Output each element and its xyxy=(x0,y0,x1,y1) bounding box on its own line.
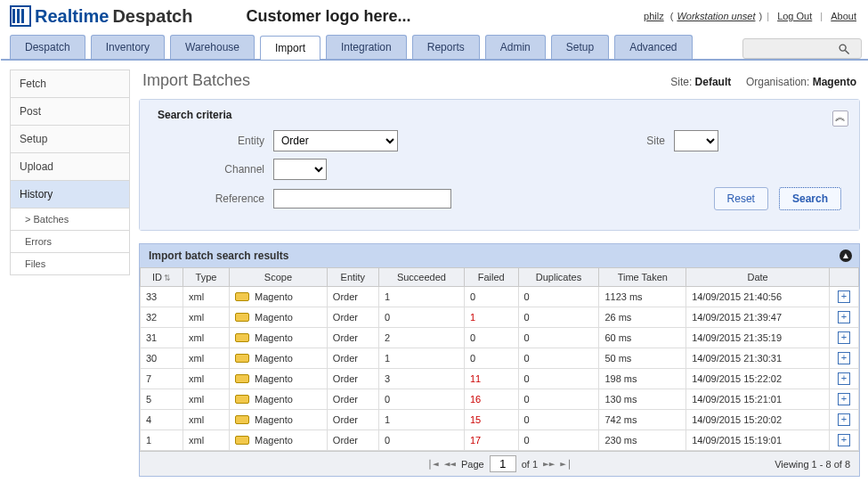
table-row[interactable]: 7xmlMagentoOrder3110198 ms14/09/2015 15:… xyxy=(141,369,859,389)
brand-part1: Realtime xyxy=(35,6,109,27)
col-id[interactable]: ID⇅ xyxy=(141,268,183,287)
expand-row-icon[interactable]: + xyxy=(838,311,850,323)
svg-point-0 xyxy=(840,45,846,51)
tab-reports[interactable]: Reports xyxy=(412,35,480,59)
expand-row-icon[interactable]: + xyxy=(838,372,850,385)
customer-logo-placeholder: Customer logo here... xyxy=(246,7,410,26)
global-search-input[interactable] xyxy=(749,41,832,56)
table-row[interactable]: 4xmlMagentoOrder1150742 ms14/09/2015 15:… xyxy=(141,410,859,430)
channel-select[interactable] xyxy=(273,159,327,180)
app-logo: RealtimeDespatch xyxy=(10,5,192,27)
key-icon xyxy=(235,395,249,404)
col-entity[interactable]: Entity xyxy=(327,268,378,287)
pager-last-icon[interactable]: ►∣ xyxy=(560,458,572,470)
expand-row-icon[interactable]: + xyxy=(838,393,850,405)
tab-admin[interactable]: Admin xyxy=(485,35,546,59)
search-button[interactable]: Search xyxy=(779,187,841,210)
page-title: Import Batches xyxy=(142,71,250,90)
expand-row-icon[interactable]: + xyxy=(838,352,850,364)
tab-import[interactable]: Import xyxy=(260,36,320,60)
sidebar-item-history[interactable]: History xyxy=(10,181,130,209)
site-value: Default xyxy=(695,76,732,88)
key-icon xyxy=(235,415,249,424)
user-link[interactable]: philz xyxy=(644,11,664,21)
key-icon xyxy=(235,374,249,383)
results-panel: Import batch search results ▲ ID⇅TypeSco… xyxy=(139,243,860,477)
tab-integration[interactable]: Integration xyxy=(326,35,407,59)
page-meta: Site: Default Organisation: Magento xyxy=(670,76,856,88)
key-icon xyxy=(235,292,249,301)
table-row[interactable]: 32xmlMagentoOrder01026 ms14/09/2015 21:3… xyxy=(141,307,859,328)
results-collapse-icon[interactable]: ▲ xyxy=(840,250,852,262)
org-value: Magento xyxy=(813,76,856,88)
col-scope[interactable]: Scope xyxy=(230,268,328,287)
table-row[interactable]: 30xmlMagentoOrder10050 ms14/09/2015 21:3… xyxy=(141,348,859,369)
col-date[interactable]: Date xyxy=(686,268,830,287)
main-tabs: DespatchInventoryWarehouseImportIntegrat… xyxy=(1,35,868,61)
pager-prev-icon[interactable]: ◄◄ xyxy=(444,458,456,470)
logout-link[interactable]: Log Out xyxy=(777,11,812,21)
brand-part2: Despatch xyxy=(112,6,192,27)
top-links: philz (Workstation unset) | Log Out | Ab… xyxy=(640,11,860,21)
site-filter-label: Site xyxy=(629,135,665,147)
reference-input[interactable] xyxy=(273,189,451,209)
sidebar-subitem-errors[interactable]: Errors xyxy=(10,231,130,253)
search-criteria-panel: Search criteria ︽ Entity Order Site Chan… xyxy=(140,100,859,230)
search-icon xyxy=(838,43,850,55)
pager-viewing: Viewing 1 - 8 of 8 xyxy=(775,459,850,470)
col-type[interactable]: Type xyxy=(183,268,229,287)
barcode-icon xyxy=(10,5,31,27)
key-icon xyxy=(235,313,249,322)
table-row[interactable]: 1xmlMagentoOrder0170230 ms14/09/2015 15:… xyxy=(141,430,859,451)
pager-first-icon[interactable]: ∣◄ xyxy=(426,458,438,470)
results-table: ID⇅TypeScopeEntitySucceededFailedDuplica… xyxy=(140,267,859,451)
pager-next-icon[interactable]: ►► xyxy=(543,458,555,470)
results-header: Import batch search results xyxy=(149,250,288,262)
expand-row-icon[interactable]: + xyxy=(838,331,850,344)
table-row[interactable]: 33xmlMagentoOrder1001123 ms14/09/2015 21… xyxy=(141,287,859,307)
sidebar-subitem-batches[interactable]: Batches xyxy=(10,209,130,231)
expand-row-icon[interactable]: + xyxy=(838,413,850,426)
entity-label: Entity xyxy=(158,135,264,147)
site-label: Site: xyxy=(670,76,692,88)
pager: ∣◄ ◄◄ Page of 1 ►► ►∣ Viewing 1 - 8 of 8 xyxy=(140,451,859,476)
pager-of-label: of 1 xyxy=(522,459,538,470)
col-time-taken[interactable]: Time Taken xyxy=(599,268,686,287)
global-search[interactable] xyxy=(742,38,862,59)
org-label: Organisation: xyxy=(746,76,809,88)
sidebar-item-upload[interactable]: Upload xyxy=(10,153,130,181)
svg-line-1 xyxy=(845,50,848,53)
sidebar-item-fetch[interactable]: Fetch xyxy=(10,70,130,98)
tab-despatch[interactable]: Despatch xyxy=(10,35,85,59)
reset-button[interactable]: Reset xyxy=(714,187,768,210)
sidebar-subitem-files[interactable]: Files xyxy=(10,253,130,275)
key-icon xyxy=(235,333,249,342)
key-icon xyxy=(235,354,249,363)
tab-setup[interactable]: Setup xyxy=(551,35,609,59)
sidebar: FetchPostSetupUploadHistoryBatchesErrors… xyxy=(10,70,130,477)
site-select[interactable] xyxy=(674,130,718,151)
workstation-link[interactable]: Workstation unset xyxy=(677,11,755,21)
criteria-collapse-icon[interactable]: ︽ xyxy=(832,110,848,127)
table-row[interactable]: 31xmlMagentoOrder20060 ms14/09/2015 21:3… xyxy=(141,328,859,348)
col-failed[interactable]: Failed xyxy=(464,268,518,287)
tab-advanced[interactable]: Advanced xyxy=(614,35,692,59)
entity-select[interactable]: Order xyxy=(273,130,398,151)
col-succeeded[interactable]: Succeeded xyxy=(378,268,464,287)
tab-inventory[interactable]: Inventory xyxy=(91,35,165,59)
sidebar-item-setup[interactable]: Setup xyxy=(10,126,130,153)
sidebar-item-post[interactable]: Post xyxy=(10,98,130,126)
about-link[interactable]: About xyxy=(831,11,856,21)
sort-icon[interactable]: ⇅ xyxy=(164,274,171,282)
table-row[interactable]: 5xmlMagentoOrder0160130 ms14/09/2015 15:… xyxy=(141,389,859,410)
pager-page-input[interactable] xyxy=(490,455,516,472)
channel-label: Channel xyxy=(158,163,264,176)
tab-warehouse[interactable]: Warehouse xyxy=(170,35,255,59)
col-duplicates[interactable]: Duplicates xyxy=(518,268,599,287)
pager-page-label: Page xyxy=(461,459,484,470)
expand-row-icon[interactable]: + xyxy=(838,290,850,303)
expand-row-icon[interactable]: + xyxy=(838,434,850,446)
criteria-legend: Search criteria xyxy=(158,109,841,121)
key-icon xyxy=(235,436,249,445)
col-expand xyxy=(830,268,859,287)
